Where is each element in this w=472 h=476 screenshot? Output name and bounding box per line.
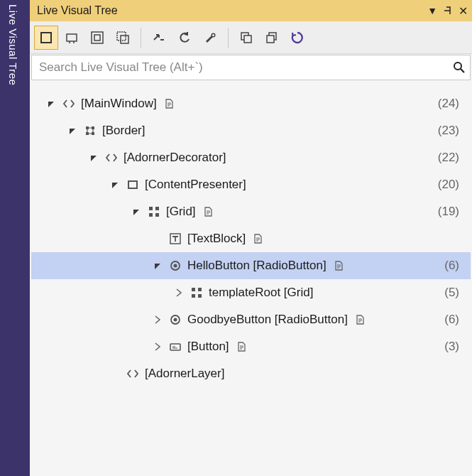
side-tab[interactable]: Live Visual Tree <box>0 0 30 476</box>
tree-item-label: [MainWindow] <box>81 97 157 111</box>
svg-rect-5 <box>121 36 128 43</box>
tree-item-label: [TextBlock] <box>187 232 246 246</box>
button-icon <box>168 339 183 355</box>
collapse-all-button[interactable] <box>234 26 258 50</box>
select-element-button[interactable] <box>34 26 58 50</box>
border-icon <box>82 123 98 139</box>
autohide-icon[interactable] <box>443 6 453 16</box>
svg-point-30 <box>174 318 177 322</box>
svg-rect-3 <box>94 35 100 40</box>
view-source-icon[interactable] <box>161 96 177 112</box>
svg-rect-21 <box>155 213 159 217</box>
search-input[interactable] <box>32 60 449 75</box>
titlebar: Live Visual Tree ▼ ✕ <box>30 0 472 21</box>
svg-rect-28 <box>198 294 202 298</box>
radio-icon <box>168 258 183 274</box>
chevron-down-icon[interactable] <box>88 153 99 162</box>
undo-button[interactable] <box>172 26 197 50</box>
tree-item[interactable]: GoodbyeButton [RadioButton](6) <box>31 306 471 333</box>
svg-rect-26 <box>198 288 202 291</box>
descendant-count: (24) <box>438 97 459 111</box>
tree-item[interactable]: [AdornerLayer] <box>31 360 471 387</box>
toolbar-separator <box>141 28 141 48</box>
descendant-count: (19) <box>438 205 459 219</box>
settings-button[interactable] <box>198 26 222 50</box>
code-icon <box>104 150 119 166</box>
tree-item[interactable]: [ContentPresenter](20) <box>31 171 471 198</box>
svg-point-11 <box>454 63 461 70</box>
svg-rect-2 <box>92 32 103 43</box>
view-source-icon[interactable] <box>200 204 216 220</box>
tree-item[interactable]: [MainWindow](24) <box>31 90 471 117</box>
tree-item-label: HelloButton [RadioButton] <box>187 259 326 273</box>
svg-rect-25 <box>192 288 195 291</box>
content-icon <box>125 177 141 193</box>
search-icon[interactable] <box>449 61 470 74</box>
window-menu-icon[interactable]: ▼ <box>427 5 437 16</box>
tree-item[interactable]: HelloButton [RadioButton](6) <box>31 252 471 279</box>
descendant-count: (20) <box>438 178 459 192</box>
tree-item-label: GoodbyeButton [RadioButton] <box>187 313 348 327</box>
descendant-count: (23) <box>438 124 459 138</box>
tree-item-label: [Button] <box>187 340 229 354</box>
tree-item[interactable]: [Button](3) <box>31 333 471 360</box>
search-box[interactable] <box>31 55 471 80</box>
tree-item[interactable]: [TextBlock] <box>31 225 471 252</box>
chevron-right-icon[interactable] <box>152 315 163 324</box>
tree-item-label: [Grid] <box>166 205 196 219</box>
svg-rect-27 <box>192 294 195 298</box>
panel-title: Live Visual Tree <box>37 4 427 17</box>
grid-icon <box>146 204 162 220</box>
chevron-down-icon[interactable] <box>45 99 57 108</box>
refresh-button[interactable] <box>285 26 309 50</box>
view-source-icon[interactable] <box>352 312 368 328</box>
svg-rect-19 <box>155 207 159 210</box>
radio-icon <box>168 312 183 328</box>
descendant-count: (6) <box>444 313 459 327</box>
expand-all-button[interactable] <box>260 26 284 50</box>
tree-item-label: [AdornerDecorator] <box>124 151 226 165</box>
svg-point-6 <box>212 33 215 37</box>
view-source-icon[interactable] <box>331 258 346 274</box>
textblock-icon <box>168 231 183 247</box>
toolbar <box>30 21 472 54</box>
svg-rect-8 <box>244 36 251 43</box>
toolbar-separator <box>228 28 229 48</box>
chevron-down-icon[interactable] <box>109 180 121 189</box>
svg-rect-1 <box>67 34 77 41</box>
close-icon[interactable]: ✕ <box>459 4 468 18</box>
svg-rect-10 <box>267 36 274 43</box>
track-focus-button[interactable] <box>111 26 135 50</box>
toggle-rect-button[interactable] <box>85 26 109 50</box>
code-icon <box>61 96 77 112</box>
tree-item-label: [AdornerLayer] <box>145 367 224 381</box>
tree-item[interactable]: [Grid](19) <box>31 198 471 225</box>
descendant-count: (3) <box>444 340 459 354</box>
tree-item[interactable]: templateRoot [Grid](5) <box>31 279 471 306</box>
svg-rect-20 <box>149 213 153 217</box>
side-tab-label: Live Visual Tree <box>7 4 19 85</box>
chevron-right-icon[interactable] <box>173 288 185 297</box>
descendant-count: (5) <box>444 286 459 300</box>
view-source-icon[interactable] <box>250 231 265 247</box>
chevron-down-icon[interactable] <box>131 207 142 216</box>
svg-rect-18 <box>149 207 153 210</box>
svg-rect-4 <box>117 32 126 40</box>
go-to-live-button[interactable] <box>147 26 171 50</box>
descendant-count: (6) <box>444 259 459 273</box>
tree-item[interactable]: [AdornerDecorator](22) <box>31 144 471 171</box>
chevron-down-icon[interactable] <box>67 126 78 135</box>
chevron-down-icon[interactable] <box>152 261 163 270</box>
descendant-count: (22) <box>438 151 459 165</box>
code-icon <box>125 366 141 382</box>
chevron-right-icon[interactable] <box>152 342 163 351</box>
tree-item-label: [Border] <box>102 124 145 138</box>
layout-adorners-button[interactable] <box>60 26 84 50</box>
panel: Live Visual Tree ▼ ✕ <box>30 0 472 476</box>
tree-item-label: templateRoot [Grid] <box>209 286 313 300</box>
svg-rect-17 <box>129 182 136 188</box>
view-source-icon[interactable] <box>234 339 249 355</box>
svg-point-24 <box>174 264 177 268</box>
visual-tree[interactable]: [MainWindow](24)[Border](23)[AdornerDeco… <box>30 80 472 476</box>
tree-item[interactable]: [Border](23) <box>31 117 471 144</box>
